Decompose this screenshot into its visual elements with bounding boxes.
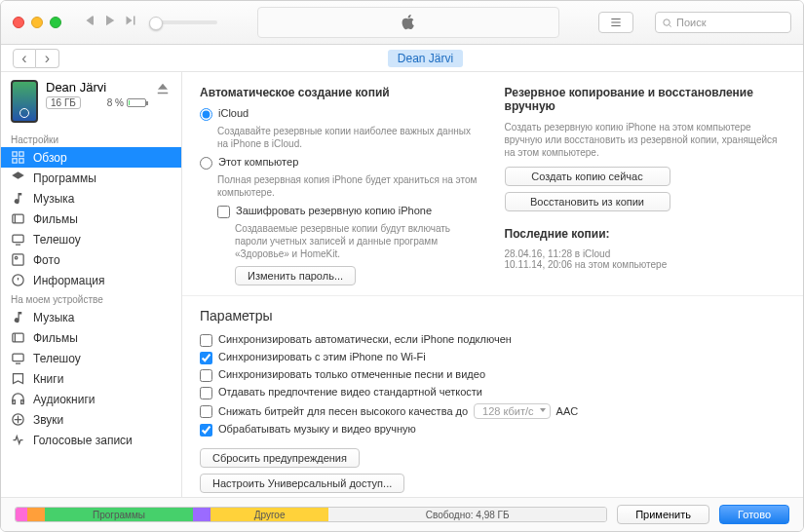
sidebar-ondevice-книги[interactable]: Книги	[1, 368, 181, 389]
search-placeholder: Поиск	[676, 17, 706, 28]
option-checked-only[interactable]: Синхронизировать только отмеченные песни…	[200, 368, 785, 382]
backup-icloud-radio[interactable]: iCloud	[200, 107, 481, 121]
nav-back-button[interactable]: ‹	[13, 49, 36, 68]
sidebar-icon	[11, 150, 25, 165]
storage-segment	[16, 508, 27, 521]
sidebar-item-label: Телешоу	[33, 233, 81, 247]
play-icon[interactable]	[100, 12, 118, 33]
sidebar-ondevice-фильмы[interactable]: Фильмы	[1, 327, 181, 348]
sidebar-icon	[11, 171, 25, 185]
bitrate-select[interactable]: 128 кбит/с	[474, 403, 551, 419]
manual-backup-sub: Создать резервную копию iPhone на этом к…	[505, 121, 786, 159]
auto-backup-title: Автоматическое создание копий	[200, 86, 481, 99]
sidebar-section-settings: Настройки	[1, 131, 181, 147]
sidebar-item-label: Обзор	[33, 151, 67, 165]
device-name: Dean Järvi	[46, 80, 146, 95]
storage-segment: Свободно: 4,98 ГБ	[328, 508, 606, 521]
sidebar-icon	[11, 392, 25, 406]
change-password-button[interactable]: Изменить пароль...	[235, 266, 356, 285]
option-bitrate-checkbox[interactable]	[200, 405, 212, 418]
backup-thispc-radio[interactable]: Этот компьютер	[200, 156, 481, 170]
svg-rect-8	[19, 159, 23, 163]
svg-rect-5	[13, 152, 17, 156]
sidebar-icon	[11, 412, 25, 427]
storage-segment	[193, 508, 211, 521]
nav-row: ‹ › Dean Järvi	[1, 45, 803, 72]
sidebar-icon	[11, 211, 25, 226]
sidebar-item-label: Программы	[33, 171, 96, 185]
restore-button[interactable]: Восстановить из копии	[505, 192, 670, 211]
sidebar-icon	[11, 310, 25, 324]
sidebar-icon	[11, 371, 25, 386]
minimize-window[interactable]	[31, 17, 43, 28]
done-button[interactable]: Готово	[719, 505, 789, 524]
list-view-button[interactable]	[598, 12, 633, 33]
sidebar-item-фото[interactable]: Фото	[1, 249, 181, 270]
sidebar-item-label: Фильмы	[33, 331, 78, 345]
eject-icon[interactable]	[154, 80, 172, 97]
sidebar-item-телешоу[interactable]: Телешоу	[1, 229, 181, 249]
sidebar-item-label: Аудиокниги	[33, 393, 96, 406]
zoom-window[interactable]	[50, 17, 61, 28]
search-input[interactable]: Поиск	[655, 12, 791, 33]
next-track-icon[interactable]	[122, 12, 139, 33]
footer: ПрограммыДругоеСвободно: 4,98 ГБ Примени…	[1, 497, 803, 531]
manual-backup-title: Резервное копирование и восстановление в…	[505, 86, 786, 113]
search-icon	[662, 18, 672, 28]
sidebar-item-музыка[interactable]: Музыка	[1, 188, 181, 209]
lcd-display	[257, 7, 559, 38]
svg-rect-13	[13, 254, 23, 265]
option-prefer-sd[interactable]: Отдавать предпочтение видео стандартной …	[200, 386, 785, 399]
sidebar-ondevice-аудиокниги[interactable]: Аудиокниги	[1, 389, 181, 409]
sidebar-item-label: Телешоу	[33, 352, 81, 365]
sidebar-item-label: Информация	[33, 274, 104, 287]
svg-point-3	[664, 19, 670, 24]
option-manual-manage[interactable]: Обрабатывать музыку и видео вручную	[200, 423, 785, 437]
battery-icon	[127, 98, 146, 107]
sidebar-ondevice-телешоу[interactable]: Телешоу	[1, 348, 181, 368]
close-window[interactable]	[13, 17, 24, 28]
svg-point-14	[15, 256, 18, 259]
svg-rect-11	[13, 235, 23, 243]
svg-line-4	[670, 24, 671, 26]
sidebar-ondevice-музыка[interactable]: Музыка	[1, 307, 181, 327]
sidebar-item-обзор[interactable]: Обзор	[1, 147, 181, 168]
main-panel: Автоматическое создание копий iCloud Соз…	[182, 72, 803, 497]
sidebar-icon	[11, 232, 25, 247]
option-auto-sync[interactable]: Синхронизировать автоматически, если iPh…	[200, 333, 785, 347]
phone-icon	[11, 80, 38, 123]
sidebar-icon	[11, 273, 25, 287]
option-wifi-sync[interactable]: Синхронизировать с этим iPhone по Wi-Fi	[200, 351, 785, 364]
last-backups-title: Последние копии:	[505, 227, 786, 241]
sidebar-icon	[11, 433, 25, 447]
bitrate-codec: AAC	[556, 405, 579, 417]
nav-forward-button[interactable]: ›	[36, 49, 59, 68]
apple-logo-icon	[400, 14, 417, 31]
encrypt-checkbox[interactable]: Зашифровать резервную копию iPhone	[217, 205, 481, 218]
backup-right-column: Резервное копирование и восстановление в…	[505, 86, 786, 285]
sidebar-item-label: Музыка	[33, 311, 74, 324]
apply-button[interactable]: Применить	[617, 505, 709, 524]
backup-now-button[interactable]: Создать копию сейчас	[505, 167, 670, 186]
sidebar-icon	[11, 330, 25, 345]
sidebar-ondevice-голосовые записи[interactable]: Голосовые записи	[1, 430, 181, 450]
sidebar-item-label: Фильмы	[33, 212, 78, 226]
nav-back-forward: ‹ ›	[13, 49, 59, 68]
sidebar-item-фильмы[interactable]: Фильмы	[1, 209, 181, 229]
prev-track-icon[interactable]	[79, 12, 96, 33]
sidebar-ondevice-звуки[interactable]: Звуки	[1, 409, 181, 430]
svg-rect-7	[13, 159, 17, 163]
reset-warnings-button[interactable]: Сбросить предупреждения	[200, 448, 360, 468]
sidebar-item-label: Музыка	[33, 192, 74, 206]
svg-rect-19	[13, 354, 23, 361]
volume-slider[interactable]	[149, 20, 217, 24]
sidebar-item-информация[interactable]: Информация	[1, 270, 181, 290]
last-backup-1: 28.04.16, 11:28 в iCloud	[505, 248, 786, 259]
breadcrumb[interactable]: Dean Järvi	[388, 50, 463, 67]
encrypt-sub: Создаваемые резервные копии будут включа…	[235, 222, 481, 260]
sidebar-item-программы[interactable]: Программы	[1, 168, 181, 188]
sidebar-icon	[11, 351, 25, 365]
device-capacity: 16 ГБ	[46, 96, 81, 109]
configure-ua-button[interactable]: Настроить Универсальный доступ...	[200, 474, 404, 493]
sidebar-item-label: Книги	[33, 372, 63, 386]
